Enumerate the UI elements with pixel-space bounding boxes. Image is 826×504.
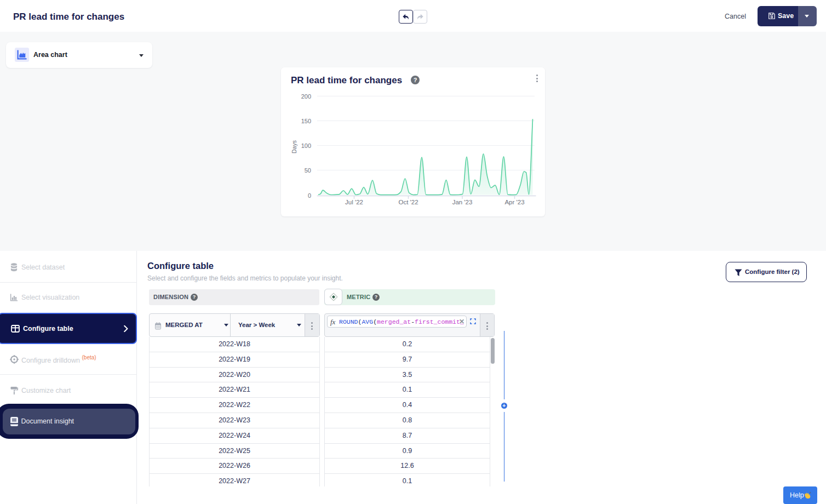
svg-text:Jul '22: Jul '22: [345, 199, 363, 205]
svg-text:200: 200: [301, 93, 311, 100]
svg-text:Days: Days: [291, 140, 297, 153]
svg-text:Apr '23: Apr '23: [504, 199, 524, 205]
svg-text:100: 100: [301, 142, 311, 149]
svg-text:0: 0: [308, 192, 311, 199]
svg-text:50: 50: [305, 167, 311, 174]
svg-text:150: 150: [301, 118, 311, 124]
svg-text:Oct '22: Oct '22: [398, 199, 418, 205]
svg-text:Jan '23: Jan '23: [452, 199, 473, 205]
